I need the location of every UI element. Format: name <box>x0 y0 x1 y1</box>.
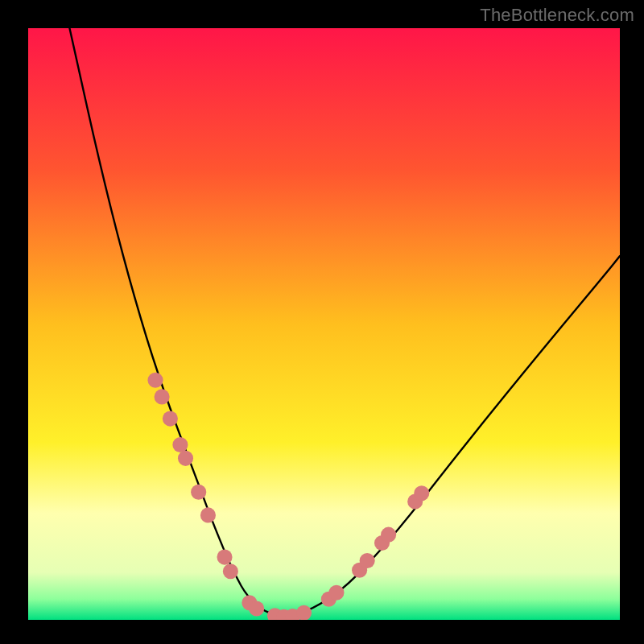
curve-marker <box>296 605 312 620</box>
curve-marker <box>223 564 238 579</box>
curve-marker <box>328 585 344 601</box>
curve-marker <box>163 411 178 427</box>
curve-marker <box>178 451 193 466</box>
watermark: TheBottleneck.com <box>480 5 634 26</box>
curve-marker <box>155 389 170 404</box>
curve-marker <box>217 550 232 565</box>
curve-marker <box>172 437 188 452</box>
curve-marker <box>200 507 216 522</box>
plot-area <box>28 28 620 620</box>
curve-marker <box>147 373 163 388</box>
bottleneck-chart <box>28 28 620 620</box>
curve-marker <box>249 601 264 616</box>
curve-marker <box>381 527 396 543</box>
curve-marker <box>360 553 375 568</box>
curve-marker <box>191 485 206 500</box>
gradient-background <box>28 28 620 620</box>
curve-marker <box>414 485 429 501</box>
